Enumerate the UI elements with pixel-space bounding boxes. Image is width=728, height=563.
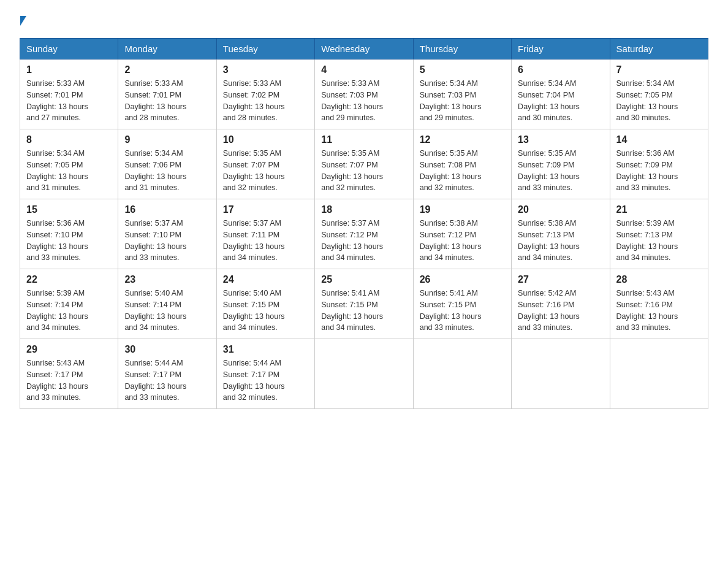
day-number: 12: [420, 134, 505, 145]
day-info: Sunrise: 5:33 AMSunset: 7:01 PMDaylight:…: [124, 78, 210, 124]
day-number: 21: [616, 204, 702, 215]
day-info: Sunrise: 5:41 AMSunset: 7:15 PMDaylight:…: [321, 288, 406, 334]
calendar-cell: 19Sunrise: 5:38 AMSunset: 7:12 PMDayligh…: [413, 199, 511, 269]
calendar-cell: 26Sunrise: 5:41 AMSunset: 7:15 PMDayligh…: [413, 269, 511, 339]
calendar-cell: 17Sunrise: 5:37 AMSunset: 7:11 PMDayligh…: [216, 199, 314, 269]
day-info: Sunrise: 5:37 AMSunset: 7:11 PMDaylight:…: [223, 218, 308, 264]
day-header-thursday: Thursday: [413, 39, 511, 59]
day-number: 9: [124, 134, 210, 145]
calendar-cell: 13Sunrise: 5:35 AMSunset: 7:09 PMDayligh…: [512, 129, 610, 199]
calendar-cell: 23Sunrise: 5:40 AMSunset: 7:14 PMDayligh…: [118, 269, 216, 339]
day-number: 30: [124, 344, 210, 355]
day-number: 18: [321, 204, 406, 215]
calendar-cell: 8Sunrise: 5:34 AMSunset: 7:05 PMDaylight…: [20, 129, 118, 199]
day-info: Sunrise: 5:36 AMSunset: 7:10 PMDaylight:…: [26, 218, 112, 264]
page-header: [20, 15, 708, 26]
calendar-cell: 10Sunrise: 5:35 AMSunset: 7:07 PMDayligh…: [216, 129, 314, 199]
day-number: 17: [223, 204, 308, 215]
day-number: 10: [223, 134, 308, 145]
day-number: 27: [518, 274, 603, 285]
day-header-friday: Friday: [512, 39, 610, 59]
logo-triangle-icon: [20, 16, 26, 26]
logo: [20, 15, 37, 26]
day-number: 26: [420, 274, 505, 285]
day-info: Sunrise: 5:43 AMSunset: 7:17 PMDaylight:…: [26, 358, 112, 404]
day-info: Sunrise: 5:34 AMSunset: 7:04 PMDaylight:…: [518, 78, 603, 124]
calendar-cell: 11Sunrise: 5:35 AMSunset: 7:07 PMDayligh…: [315, 129, 413, 199]
day-info: Sunrise: 5:33 AMSunset: 7:01 PMDaylight:…: [26, 78, 112, 124]
calendar-cell: [512, 339, 610, 409]
calendar-week-row: 1Sunrise: 5:33 AMSunset: 7:01 PMDaylight…: [20, 59, 708, 129]
day-number: 19: [420, 204, 505, 215]
calendar-header-row: SundayMondayTuesdayWednesdayThursdayFrid…: [20, 39, 708, 59]
day-info: Sunrise: 5:36 AMSunset: 7:09 PMDaylight:…: [616, 148, 702, 194]
calendar-cell: 18Sunrise: 5:37 AMSunset: 7:12 PMDayligh…: [315, 199, 413, 269]
day-number: 1: [26, 64, 112, 75]
day-number: 25: [321, 274, 406, 285]
day-info: Sunrise: 5:39 AMSunset: 7:14 PMDaylight:…: [26, 288, 112, 334]
day-number: 20: [518, 204, 603, 215]
day-info: Sunrise: 5:38 AMSunset: 7:13 PMDaylight:…: [518, 218, 603, 264]
day-info: Sunrise: 5:35 AMSunset: 7:09 PMDaylight:…: [518, 148, 603, 194]
day-header-tuesday: Tuesday: [216, 39, 314, 59]
calendar-cell: 21Sunrise: 5:39 AMSunset: 7:13 PMDayligh…: [610, 199, 708, 269]
day-info: Sunrise: 5:34 AMSunset: 7:06 PMDaylight:…: [124, 148, 210, 194]
day-info: Sunrise: 5:44 AMSunset: 7:17 PMDaylight:…: [223, 358, 308, 404]
day-header-monday: Monday: [118, 39, 216, 59]
calendar-cell: 14Sunrise: 5:36 AMSunset: 7:09 PMDayligh…: [610, 129, 708, 199]
day-info: Sunrise: 5:42 AMSunset: 7:16 PMDaylight:…: [518, 288, 603, 334]
calendar-cell: 25Sunrise: 5:41 AMSunset: 7:15 PMDayligh…: [315, 269, 413, 339]
calendar-cell: 28Sunrise: 5:43 AMSunset: 7:16 PMDayligh…: [610, 269, 708, 339]
day-info: Sunrise: 5:40 AMSunset: 7:14 PMDaylight:…: [124, 288, 210, 334]
day-info: Sunrise: 5:38 AMSunset: 7:12 PMDaylight:…: [420, 218, 505, 264]
calendar-week-row: 29Sunrise: 5:43 AMSunset: 7:17 PMDayligh…: [20, 339, 708, 409]
day-number: 29: [26, 344, 112, 355]
calendar-cell: 22Sunrise: 5:39 AMSunset: 7:14 PMDayligh…: [20, 269, 118, 339]
calendar-week-row: 22Sunrise: 5:39 AMSunset: 7:14 PMDayligh…: [20, 269, 708, 339]
day-info: Sunrise: 5:34 AMSunset: 7:03 PMDaylight:…: [420, 78, 505, 124]
day-header-saturday: Saturday: [610, 39, 708, 59]
calendar-cell: 3Sunrise: 5:33 AMSunset: 7:02 PMDaylight…: [216, 59, 314, 129]
calendar-cell: 9Sunrise: 5:34 AMSunset: 7:06 PMDaylight…: [118, 129, 216, 199]
day-number: 8: [26, 134, 112, 145]
day-number: 11: [321, 134, 406, 145]
day-number: 28: [616, 274, 702, 285]
calendar-cell: 27Sunrise: 5:42 AMSunset: 7:16 PMDayligh…: [512, 269, 610, 339]
day-number: 5: [420, 64, 505, 75]
day-info: Sunrise: 5:43 AMSunset: 7:16 PMDaylight:…: [616, 288, 702, 334]
calendar-week-row: 8Sunrise: 5:34 AMSunset: 7:05 PMDaylight…: [20, 129, 708, 199]
calendar-cell: 15Sunrise: 5:36 AMSunset: 7:10 PMDayligh…: [20, 199, 118, 269]
day-number: 23: [124, 274, 210, 285]
day-info: Sunrise: 5:39 AMSunset: 7:13 PMDaylight:…: [616, 218, 702, 264]
calendar-cell: 12Sunrise: 5:35 AMSunset: 7:08 PMDayligh…: [413, 129, 511, 199]
calendar-cell: 20Sunrise: 5:38 AMSunset: 7:13 PMDayligh…: [512, 199, 610, 269]
day-info: Sunrise: 5:40 AMSunset: 7:15 PMDaylight:…: [223, 288, 308, 334]
calendar-cell: 24Sunrise: 5:40 AMSunset: 7:15 PMDayligh…: [216, 269, 314, 339]
day-number: 6: [518, 64, 603, 75]
day-number: 14: [616, 134, 702, 145]
day-number: 4: [321, 64, 406, 75]
day-info: Sunrise: 5:41 AMSunset: 7:15 PMDaylight:…: [420, 288, 505, 334]
day-info: Sunrise: 5:37 AMSunset: 7:12 PMDaylight:…: [321, 218, 406, 264]
calendar-cell: 29Sunrise: 5:43 AMSunset: 7:17 PMDayligh…: [20, 339, 118, 409]
day-info: Sunrise: 5:33 AMSunset: 7:02 PMDaylight:…: [223, 78, 308, 124]
calendar-cell: 6Sunrise: 5:34 AMSunset: 7:04 PMDaylight…: [512, 59, 610, 129]
day-number: 24: [223, 274, 308, 285]
calendar-cell: 31Sunrise: 5:44 AMSunset: 7:17 PMDayligh…: [216, 339, 314, 409]
day-number: 15: [26, 204, 112, 215]
day-info: Sunrise: 5:34 AMSunset: 7:05 PMDaylight:…: [26, 148, 112, 194]
calendar-cell: 2Sunrise: 5:33 AMSunset: 7:01 PMDaylight…: [118, 59, 216, 129]
calendar-cell: 7Sunrise: 5:34 AMSunset: 7:05 PMDaylight…: [610, 59, 708, 129]
day-info: Sunrise: 5:35 AMSunset: 7:08 PMDaylight:…: [420, 148, 505, 194]
day-info: Sunrise: 5:37 AMSunset: 7:10 PMDaylight:…: [124, 218, 210, 264]
calendar-cell: [413, 339, 511, 409]
calendar-cell: [315, 339, 413, 409]
day-info: Sunrise: 5:34 AMSunset: 7:05 PMDaylight:…: [616, 78, 702, 124]
day-number: 16: [124, 204, 210, 215]
calendar-week-row: 15Sunrise: 5:36 AMSunset: 7:10 PMDayligh…: [20, 199, 708, 269]
calendar-cell: 30Sunrise: 5:44 AMSunset: 7:17 PMDayligh…: [118, 339, 216, 409]
day-info: Sunrise: 5:33 AMSunset: 7:03 PMDaylight:…: [321, 78, 406, 124]
day-header-sunday: Sunday: [20, 39, 118, 59]
day-number: 2: [124, 64, 210, 75]
day-number: 3: [223, 64, 308, 75]
